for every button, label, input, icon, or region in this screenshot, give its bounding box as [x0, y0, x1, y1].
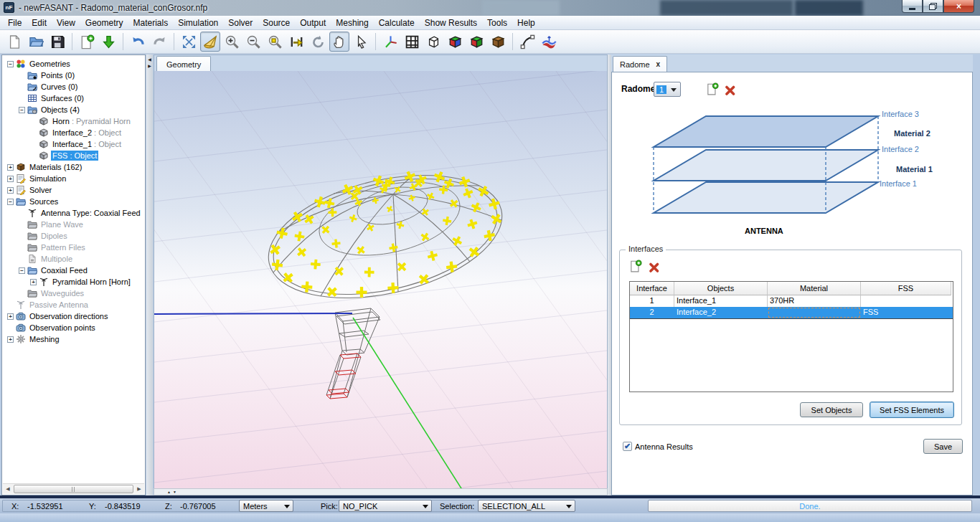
- show-grid-button[interactable]: [402, 32, 422, 52]
- cell-material[interactable]: [768, 307, 861, 318]
- tree-viewport-splitter[interactable]: ◀▶: [146, 54, 153, 495]
- menu-meshing[interactable]: Meshing: [331, 16, 373, 29]
- table-row-interface-1[interactable]: 1Interface_1370HR: [630, 295, 953, 307]
- tree-item-curves-0[interactable]: Curves (0): [3, 81, 144, 92]
- set-objects-button[interactable]: Set Objects: [800, 402, 863, 417]
- menu-source[interactable]: Source: [258, 16, 295, 29]
- scroll-left-arrow[interactable]: ◀: [3, 484, 13, 494]
- solid-view-button[interactable]: [445, 32, 465, 52]
- curvature-tool-button[interactable]: [517, 32, 537, 52]
- cell-fss[interactable]: FSS: [861, 307, 951, 318]
- menu-solver[interactable]: Solver: [223, 16, 258, 29]
- save-file-button[interactable]: [47, 32, 67, 52]
- menu-tools[interactable]: Tools: [482, 16, 512, 29]
- radomes-select[interactable]: 1: [654, 82, 681, 97]
- tree-item-observation-directions[interactable]: +Observation directions: [3, 310, 144, 322]
- viewport-3d-canvas[interactable]: [154, 71, 608, 488]
- tree-item-observation-points[interactable]: Observation points: [3, 322, 144, 333]
- restore-button[interactable]: [923, 0, 943, 13]
- cell-objects[interactable]: Interface_2: [674, 307, 768, 318]
- title-bar[interactable]: nF - newFASANT - Radomo_material_conGros…: [0, 0, 980, 16]
- tree-item-interface-2[interactable]: Interface_2 : Object: [3, 127, 144, 138]
- tree-item-interface-1[interactable]: Interface_1 : Object: [3, 138, 144, 150]
- menu-file[interactable]: File: [3, 16, 27, 29]
- cell-interface[interactable]: 2: [630, 307, 674, 318]
- tab-radome[interactable]: Radome x: [613, 56, 667, 72]
- tree-item-objects-4[interactable]: −Objects (4): [3, 104, 144, 115]
- new-file-button[interactable]: [4, 32, 24, 52]
- expand-icon[interactable]: +: [6, 310, 15, 322]
- collapse-icon[interactable]: −: [17, 104, 27, 115]
- tree-item-plane-wave[interactable]: Plane Wave: [3, 219, 144, 230]
- tree-item-points-0[interactable]: Points (0): [3, 70, 144, 81]
- antenna-results-checkbox[interactable]: ✔: [623, 442, 632, 451]
- collapse-icon[interactable]: −: [6, 58, 15, 70]
- set-fss-elements-button[interactable]: Set FSS Elements: [870, 402, 954, 418]
- menu-calculate[interactable]: Calculate: [374, 16, 420, 29]
- expand-icon[interactable]: +: [29, 276, 38, 288]
- tab-close-icon[interactable]: x: [656, 60, 661, 68]
- viewport-bottom-splitter[interactable]: ▲▼: [154, 488, 608, 495]
- textured-view-button[interactable]: [488, 32, 508, 52]
- minimize-button[interactable]: [902, 0, 923, 13]
- undo-button[interactable]: [128, 32, 148, 52]
- expand-icon[interactable]: +: [6, 184, 15, 196]
- column-header-material[interactable]: Material: [768, 282, 861, 295]
- tree-item-passive-antenna[interactable]: Passive Antenna: [3, 299, 144, 310]
- menu-materials[interactable]: Materials: [128, 16, 174, 29]
- menu-output[interactable]: Output: [295, 16, 331, 29]
- perspective-view-button[interactable]: [200, 32, 220, 52]
- column-header-interface[interactable]: Interface: [630, 282, 674, 295]
- tree-item-multipole[interactable]: Multipole: [3, 253, 144, 265]
- expand-icon[interactable]: +: [6, 173, 15, 184]
- open-file-button[interactable]: [26, 32, 46, 52]
- cell-interface[interactable]: 1: [630, 295, 674, 307]
- tree-item-simulation[interactable]: +Simulation: [3, 173, 144, 184]
- new-item-button[interactable]: [77, 32, 97, 52]
- zoom-out-button[interactable]: [243, 32, 263, 52]
- tree-item-waveguides[interactable]: Waveguides: [3, 288, 144, 299]
- redo-button[interactable]: [149, 32, 169, 52]
- tree-item-materials-162[interactable]: +Materials (162): [3, 161, 144, 173]
- show-axes-button[interactable]: [380, 32, 400, 52]
- tree-item-pattern-files[interactable]: Pattern Files: [3, 242, 144, 253]
- tree-item-solver[interactable]: +Solver: [3, 184, 144, 196]
- zoom-in-button[interactable]: [222, 32, 242, 52]
- table-row-interface-2[interactable]: 2Interface_2FSS: [630, 307, 953, 319]
- splitter-collapse-arrows[interactable]: ◀▶: [147, 57, 152, 70]
- menu-help[interactable]: Help: [512, 16, 540, 29]
- tab-geometry[interactable]: Geometry: [156, 56, 211, 72]
- tree-item-sources[interactable]: −Sources: [3, 196, 144, 207]
- tree-horizontal-scrollbar[interactable]: ◀ ▶: [3, 483, 144, 494]
- cell-objects[interactable]: Interface_1: [674, 295, 768, 307]
- tree-item-dipoles[interactable]: Dipoles: [3, 230, 144, 242]
- pattern-tool-button[interactable]: [539, 32, 559, 52]
- add-radome-button[interactable]: [706, 82, 719, 95]
- interfaces-table[interactable]: InterfaceObjectsMaterialFSS1Interface_13…: [629, 281, 953, 392]
- zoom-fit-button[interactable]: [179, 32, 199, 52]
- flat-view-button[interactable]: [466, 32, 486, 52]
- cell-fss[interactable]: [861, 295, 951, 307]
- select-tool-button[interactable]: [351, 32, 371, 52]
- close-button[interactable]: ×: [943, 0, 974, 13]
- units-select[interactable]: Meters: [239, 500, 293, 512]
- column-header-fss[interactable]: FSS: [861, 282, 951, 295]
- tree-item-meshing[interactable]: +Meshing: [3, 333, 144, 345]
- menu-geometry[interactable]: Geometry: [80, 16, 128, 29]
- tree-item-horn[interactable]: Horn : Pyramidal Horn: [3, 115, 144, 127]
- menu-show-results[interactable]: Show Results: [420, 16, 482, 29]
- collapse-icon[interactable]: −: [17, 265, 27, 276]
- tree-item-coaxial-feed[interactable]: −Coaxial Feed: [3, 265, 144, 276]
- zoom-window-button[interactable]: [265, 32, 285, 52]
- scroll-right-arrow[interactable]: ▶: [134, 484, 144, 494]
- tree-item-antenna-type-coaxial-feed[interactable]: Antenna Type: Coaxial Feed: [3, 207, 144, 219]
- column-header-objects[interactable]: Objects: [674, 282, 768, 295]
- import-button[interactable]: [98, 32, 118, 52]
- save-button[interactable]: Save: [923, 439, 963, 454]
- pan-step-button[interactable]: [286, 32, 306, 52]
- expand-icon[interactable]: +: [6, 333, 15, 345]
- menu-simulation[interactable]: Simulation: [173, 16, 223, 29]
- wireframe-view-button[interactable]: [423, 32, 443, 52]
- delete-radome-button[interactable]: [724, 84, 737, 97]
- tree-item-geometries[interactable]: −Geometries: [3, 58, 144, 70]
